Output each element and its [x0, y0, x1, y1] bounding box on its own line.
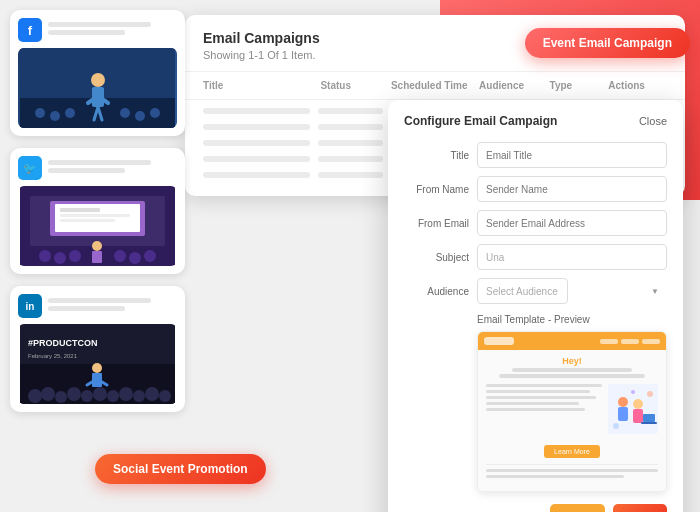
svg-point-9 [50, 111, 60, 121]
email-preview-section: Email Template - Preview Hey! [404, 314, 667, 492]
preview-text-line [486, 402, 579, 405]
preview-text-block [486, 384, 602, 414]
modal-close-button[interactable]: Close [639, 115, 667, 127]
modal-actions: Send Save [404, 504, 667, 512]
svg-point-55 [613, 423, 619, 429]
subject-input[interactable] [477, 244, 667, 270]
cell-placeholder [203, 140, 310, 146]
svg-point-32 [41, 387, 55, 401]
from-name-input[interactable] [477, 176, 667, 202]
audience-select[interactable]: Select Audience [477, 278, 568, 304]
svg-rect-18 [60, 208, 100, 212]
col-scheduled-time: Scheduled Time [391, 80, 479, 91]
linkedin-card-header: in [18, 294, 177, 318]
twitter-card-lines [48, 160, 177, 176]
audience-field-row: Audience Select Audience ▼ [404, 278, 667, 304]
preview-text-line [486, 408, 585, 411]
col-audience: Audience [479, 80, 549, 91]
svg-point-56 [647, 391, 653, 397]
svg-point-36 [93, 387, 107, 401]
svg-point-10 [65, 108, 75, 118]
save-button[interactable]: Save [613, 504, 667, 512]
svg-rect-53 [643, 414, 655, 422]
from-email-label: From Email [404, 218, 469, 229]
col-status: Status [320, 80, 390, 91]
email-table-header: Title Status Scheduled Time Audience Typ… [185, 72, 685, 100]
preview-nav-item [621, 339, 639, 344]
twitter-card-image [18, 186, 177, 266]
preview-text-line [486, 384, 602, 387]
facebook-card-lines [48, 22, 177, 38]
svg-point-41 [159, 390, 171, 402]
preview-footer-line [486, 475, 624, 478]
linkedin-card: in #PROD [10, 286, 185, 412]
from-name-field-row: From Name [404, 176, 667, 202]
svg-rect-50 [618, 407, 628, 421]
card-image-bg [18, 48, 177, 128]
from-email-input[interactable] [477, 210, 667, 236]
configure-email-modal: Configure Email Campaign Close Title Fro… [388, 100, 683, 512]
chevron-down-icon: ▼ [651, 287, 659, 296]
title-input[interactable] [477, 142, 667, 168]
placeholder-line [48, 22, 151, 27]
facebook-card: f [10, 10, 185, 136]
preview-cta-button: Learn More [544, 445, 600, 458]
svg-point-51 [633, 399, 643, 409]
preview-content-area [486, 384, 658, 434]
email-template-preview: Hey! [477, 331, 667, 492]
svg-point-25 [129, 252, 141, 264]
modal-title: Configure Email Campaign [404, 114, 557, 128]
svg-point-40 [145, 387, 159, 401]
twitter-card: 🐦 [10, 148, 185, 274]
cell-placeholder [203, 172, 310, 178]
placeholder-line [48, 298, 151, 303]
cell-placeholder [318, 108, 382, 114]
svg-point-13 [150, 108, 160, 118]
cell-placeholder [318, 124, 382, 130]
twitter-card-header: 🐦 [18, 156, 177, 180]
svg-text:#PRODUCTCON: #PRODUCTCON [28, 338, 98, 348]
svg-point-35 [81, 390, 93, 402]
preview-header-bar [478, 332, 666, 350]
col-title: Title [203, 80, 320, 91]
from-name-label: From Name [404, 184, 469, 195]
svg-rect-28 [92, 251, 102, 263]
title-label: Title [404, 150, 469, 161]
facebook-icon: f [18, 18, 42, 42]
svg-rect-52 [633, 409, 643, 423]
audience-label: Audience [404, 286, 469, 297]
col-type: Type [550, 80, 609, 91]
svg-point-11 [120, 108, 130, 118]
send-button[interactable]: Send [550, 504, 605, 512]
cell-placeholder [318, 140, 382, 146]
subject-label: Subject [404, 252, 469, 263]
svg-text:February 25, 2021: February 25, 2021 [28, 353, 78, 359]
preview-nav-item [600, 339, 618, 344]
preview-cta: Learn More [486, 440, 658, 458]
preview-nav-item [642, 339, 660, 344]
event-email-campaign-badge: Event Email Campaign [525, 28, 690, 58]
placeholder-line [48, 306, 125, 311]
facebook-card-image [18, 48, 177, 128]
cell-placeholder [203, 108, 310, 114]
svg-point-8 [35, 108, 45, 118]
svg-point-37 [107, 390, 119, 402]
preview-subtitle-line [512, 368, 632, 372]
placeholder-line [48, 30, 125, 35]
svg-point-23 [69, 250, 81, 262]
placeholder-line [48, 160, 151, 165]
preview-logo [484, 337, 514, 345]
twitter-icon: 🐦 [18, 156, 42, 180]
audience-select-wrapper: Select Audience ▼ [477, 278, 667, 304]
cell-placeholder [318, 156, 382, 162]
title-field-row: Title [404, 142, 667, 168]
linkedin-icon: in [18, 294, 42, 318]
svg-rect-19 [60, 214, 130, 217]
svg-point-49 [618, 397, 628, 407]
preview-people-illustration [608, 384, 658, 434]
preview-text-line [486, 396, 596, 399]
cell-placeholder [318, 172, 382, 178]
svg-rect-20 [60, 219, 115, 222]
svg-point-27 [92, 241, 102, 251]
preview-footer [486, 464, 658, 485]
